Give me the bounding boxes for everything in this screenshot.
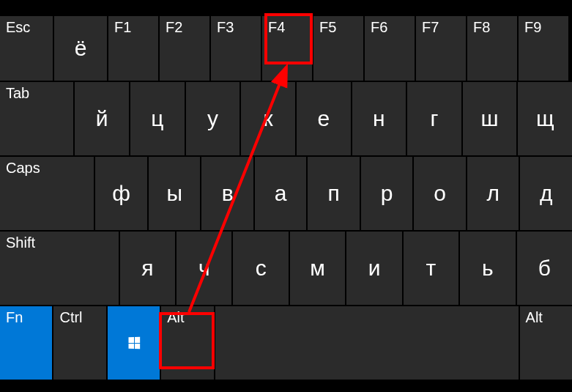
- keyboard-row-2: Tab й ц у к е н г ш щ: [0, 82, 572, 155]
- key-letter[interactable]: г: [407, 82, 461, 155]
- key-space[interactable]: [215, 306, 519, 380]
- key-esc[interactable]: Esc: [0, 16, 53, 81]
- key-letter[interactable]: л: [467, 157, 519, 230]
- key-letter[interactable]: й: [75, 82, 129, 155]
- key-letter[interactable]: с: [233, 232, 288, 305]
- key-letter[interactable]: м: [290, 232, 345, 305]
- key-f8[interactable]: F8: [467, 16, 517, 81]
- key-letter[interactable]: ф: [95, 157, 147, 230]
- key-letter[interactable]: в: [201, 157, 253, 230]
- key-f5[interactable]: F5: [313, 16, 363, 81]
- key-letter[interactable]: к: [241, 82, 295, 155]
- keyboard-row-3: Caps ф ы в а п р о л д: [0, 157, 572, 230]
- key-windows[interactable]: [108, 306, 160, 380]
- key-f1[interactable]: F1: [108, 16, 158, 81]
- key-caps[interactable]: Caps: [0, 157, 94, 230]
- key-letter[interactable]: ь: [460, 232, 515, 305]
- key-letter[interactable]: е: [297, 82, 351, 155]
- key-letter[interactable]: о: [414, 157, 466, 230]
- key-f3[interactable]: F3: [211, 16, 261, 81]
- key-letter[interactable]: р: [361, 157, 413, 230]
- key-letter[interactable]: п: [308, 157, 360, 230]
- key-fn[interactable]: Fn: [0, 306, 52, 380]
- key-letter[interactable]: и: [346, 232, 401, 305]
- key-alt-right[interactable]: Alt: [520, 306, 572, 380]
- key-shift[interactable]: Shift: [0, 232, 119, 305]
- key-letter[interactable]: щ: [518, 82, 572, 155]
- key-letter[interactable]: ц: [130, 82, 185, 155]
- key-f9[interactable]: F9: [519, 16, 568, 81]
- key-letter[interactable]: у: [186, 82, 240, 155]
- key-letter[interactable]: д: [520, 157, 572, 230]
- key-ctrl[interactable]: Ctrl: [53, 306, 105, 380]
- key-letter[interactable]: ч: [177, 232, 231, 305]
- key-f4[interactable]: F4: [262, 16, 312, 81]
- keyboard-row-function: Esc ё F1 F2 F3 F4 F5 F6 F7 F8 F9: [0, 16, 572, 81]
- key-letter[interactable]: б: [517, 232, 572, 305]
- key-alt-left[interactable]: Alt: [161, 306, 213, 380]
- keyboard-row-4: Shift я ч с м и т ь б: [0, 232, 572, 305]
- key-letter[interactable]: ы: [149, 157, 201, 230]
- key-f6[interactable]: F6: [365, 16, 415, 81]
- key-letter[interactable]: а: [255, 157, 307, 230]
- on-screen-keyboard: Esc ё F1 F2 F3 F4 F5 F6 F7 F8 F9 Tab й ц…: [0, 0, 572, 392]
- key-f2[interactable]: F2: [160, 16, 209, 81]
- key-letter[interactable]: я: [120, 232, 175, 305]
- key-f7[interactable]: F7: [416, 16, 466, 81]
- key-letter[interactable]: т: [404, 232, 458, 305]
- key-letter[interactable]: ш: [463, 82, 517, 155]
- key-tab[interactable]: Tab: [0, 82, 73, 155]
- keyboard-row-5: Fn Ctrl Alt Alt: [0, 306, 572, 380]
- key-letter[interactable]: н: [352, 82, 406, 155]
- windows-icon: [128, 337, 140, 350]
- key-yo[interactable]: ё: [54, 16, 107, 81]
